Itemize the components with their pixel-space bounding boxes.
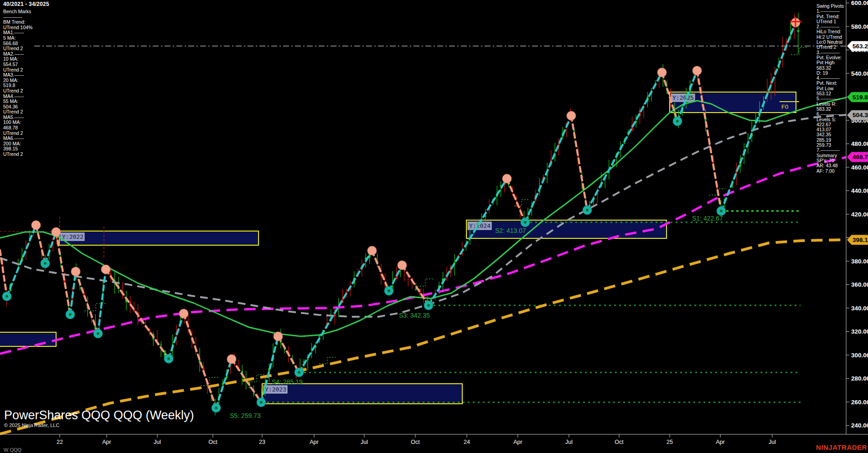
support-label-s2: S2: 413.07 xyxy=(495,227,526,234)
pivot-low-dot xyxy=(427,304,430,307)
ma-line-100-ma xyxy=(0,157,846,354)
year-range-boxes: Y:2022Y:2023Y:2024Y:2025 xyxy=(0,92,796,404)
support-label-s5: S5: 259.73 xyxy=(230,412,261,419)
trail-step-mark xyxy=(417,279,434,286)
time-tick-label: Oct xyxy=(615,439,624,445)
year-box-label: Y:2025 xyxy=(672,94,694,101)
zigzag-downswing xyxy=(36,225,45,263)
price-tick-label: 240.00 xyxy=(851,422,868,429)
price-marker-label: 398.15 xyxy=(852,237,868,243)
pivot-high-marker xyxy=(398,261,407,270)
price-tick-label: 540.00 xyxy=(851,70,868,77)
price-tick-label: 280.00 xyxy=(851,375,868,382)
year-box-label: Y:2023 xyxy=(265,386,286,393)
price-tick-label: 300.00 xyxy=(851,352,868,359)
pivot-high-marker xyxy=(657,68,666,77)
pivot-high-marker xyxy=(52,227,61,237)
time-tick-label: Jul xyxy=(565,439,573,445)
trail-step-mark xyxy=(791,47,807,55)
price-axis[interactable]: 240.00260.00280.00300.00320.00340.00360.… xyxy=(846,0,868,434)
candles xyxy=(2,13,799,415)
copyright-label: © 2025 NinjaTrader, LLC xyxy=(4,422,59,428)
zigzag-upswing xyxy=(429,179,507,305)
year-box xyxy=(262,384,462,404)
zigzag-upswing xyxy=(525,116,571,222)
ma-line-200-ma xyxy=(0,240,846,434)
time-tick-label: Jul xyxy=(769,439,776,445)
candle-body xyxy=(319,336,320,337)
pivot-low-dot xyxy=(69,313,72,316)
price-tick-label: 480.00 xyxy=(851,140,868,147)
price-tick-label: 340.00 xyxy=(851,305,868,312)
year-box xyxy=(59,231,258,245)
pivot-high-marker xyxy=(71,267,80,276)
price-tick-label: 420.00 xyxy=(851,211,868,218)
time-tick-label: 24 xyxy=(464,439,470,445)
chart-title: PowerShares QQQ QQQ (Weekly) xyxy=(4,408,194,422)
time-tick-label: Apr xyxy=(310,439,318,445)
zigzag-downswing xyxy=(76,272,98,334)
zigzag-upswing xyxy=(45,232,56,263)
pivot-high-marker xyxy=(692,66,702,75)
time-tick-label: 22 xyxy=(57,439,63,445)
pivot-low-dot xyxy=(524,221,527,224)
pivot-low-dot xyxy=(97,332,99,335)
year-box-label: Y:2022 xyxy=(62,233,83,240)
price-tick-label: 320.00 xyxy=(851,328,868,335)
ninjatrader-logo: NINJATRADER xyxy=(816,443,867,451)
pivot-low-dot xyxy=(167,357,170,360)
time-tick-label: Apr xyxy=(716,439,724,445)
pivot-high-marker xyxy=(367,246,377,255)
price-tick-label: 580.00 xyxy=(851,23,868,30)
price-marker-label: 504.36 xyxy=(852,112,868,118)
candle-body xyxy=(307,359,309,360)
zigzag-upswing xyxy=(98,269,106,334)
pivot-high-marker xyxy=(567,111,576,120)
time-tick-label: Jul xyxy=(154,439,161,445)
pivot-high-marker xyxy=(274,332,283,341)
pivot-low-dot xyxy=(215,407,217,409)
candle-body xyxy=(624,143,625,144)
f0-label: F0 xyxy=(781,103,788,110)
time-tick-label: Jul xyxy=(361,439,368,445)
pivot-low-dot xyxy=(298,371,300,374)
pivot-low-dot xyxy=(5,295,8,298)
pivot-low-dot xyxy=(44,262,46,265)
candle-body xyxy=(574,130,575,131)
price-tick-label: 440.00 xyxy=(851,187,868,194)
time-tick-label: Oct xyxy=(208,439,217,445)
price-marker-label: 468.78 xyxy=(852,154,868,160)
time-tick-label: 25 xyxy=(666,439,673,445)
candle-body xyxy=(790,35,791,36)
time-tick-label: Apr xyxy=(513,439,522,445)
time-tick-label: 23 xyxy=(259,439,265,445)
price-marker-label: 519.80 xyxy=(852,94,868,101)
pivot-high-marker xyxy=(502,174,512,183)
pivot-high-marker xyxy=(31,221,41,230)
price-marker-label: 563.28 xyxy=(852,43,868,50)
chart-canvas[interactable]: Y:2022Y:2023Y:2024Y:2025S1: 422.67S2: 41… xyxy=(0,0,868,453)
zigzag-upswing xyxy=(70,272,76,314)
support-label-s4: S4: 285.19 xyxy=(272,378,303,386)
support-label-s1: S1: 422.67 xyxy=(692,215,723,222)
swing-zigzag xyxy=(0,17,801,412)
pivot-low-dot xyxy=(676,120,679,123)
year-box xyxy=(0,332,56,346)
zigzag-downswing xyxy=(571,116,587,210)
pivot-low-dot xyxy=(720,210,723,212)
pivot-low-dot xyxy=(388,289,390,292)
zigzag-downswing xyxy=(372,251,389,291)
price-tick-label: 360.00 xyxy=(851,281,868,288)
pivot-low-dot xyxy=(260,401,263,404)
zigzag-upswing xyxy=(299,251,372,372)
pivot-high-marker xyxy=(227,355,236,364)
price-tick-label: 260.00 xyxy=(851,399,868,406)
pivot-high-marker xyxy=(179,309,188,318)
time-tick-label: Oct xyxy=(411,439,420,445)
zigzag-downswing xyxy=(0,250,7,296)
price-tick-label: 460.00 xyxy=(851,164,868,171)
candle-body xyxy=(797,30,799,32)
time-tick-label: Apr xyxy=(102,439,111,445)
status-symbol: W QQQ xyxy=(4,447,21,453)
time-axis[interactable]: 22AprJulOct23AprJulOct24AprJulOct25AprJu… xyxy=(0,434,868,445)
